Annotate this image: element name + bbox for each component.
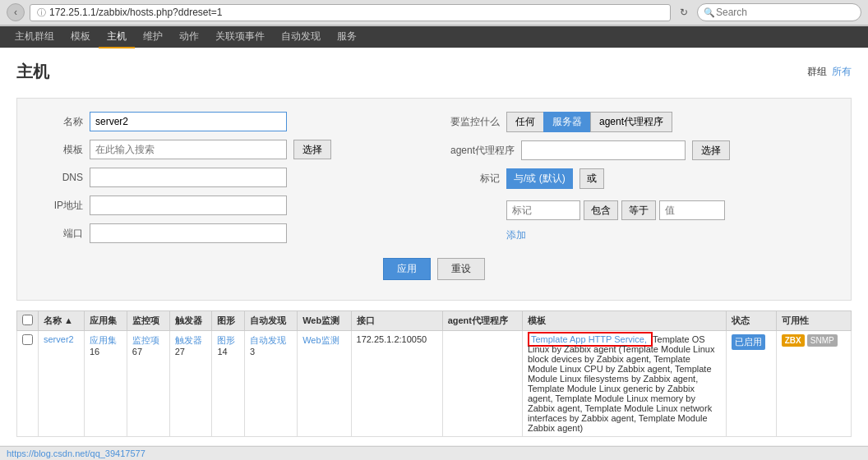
- browser-chrome: ‹ ⓘ ↻ 🔍: [0, 0, 868, 26]
- status-badge: 已启用: [732, 334, 765, 350]
- monitor-agent-button[interactable]: agent代理程序: [590, 112, 672, 132]
- row-items-link[interactable]: 监控项: [132, 335, 159, 345]
- table-row: server2 应用集 16 监控项 67 触发器 27: [17, 331, 852, 437]
- th-graphs: 图形: [212, 311, 244, 331]
- table-header-row: 名称 ▲ 应用集 监控项 触发器 图形 自动发现 Web监测 接口 agent代…: [17, 311, 852, 331]
- th-interface: 接口: [351, 311, 442, 331]
- row-web-link[interactable]: Web监测: [302, 335, 339, 345]
- refresh-button[interactable]: ↻: [676, 4, 692, 21]
- port-input[interactable]: [90, 223, 287, 243]
- template-rest-text: Template OS Linux by Zabbix agent (Templ…: [528, 334, 714, 433]
- form-row-tag-inputs: 包含 等于: [506, 197, 834, 220]
- hosts-table: 名称 ▲ 应用集 监控项 触发器 图形 自动发现 Web监测 接口 agent代…: [16, 310, 852, 437]
- page-title: 主机: [16, 61, 49, 83]
- tag-equals-button[interactable]: 等于: [621, 200, 656, 220]
- row-name-link[interactable]: server2: [44, 334, 74, 344]
- row-agent-cell: [442, 331, 522, 437]
- row-web-cell: Web监测: [298, 331, 351, 437]
- add-tag-link[interactable]: 添加: [506, 228, 834, 242]
- group-label: 群组: [807, 65, 827, 79]
- search-wrapper: 🔍: [697, 3, 861, 21]
- tag-name-input[interactable]: [506, 200, 580, 220]
- row-triggers-count: 27: [175, 347, 185, 356]
- monitor-any-button[interactable]: 任何: [506, 112, 544, 132]
- th-name-link[interactable]: 名称 ▲: [44, 315, 73, 325]
- row-graphs-link[interactable]: 图形: [217, 335, 235, 345]
- row-checkbox[interactable]: [22, 334, 33, 345]
- nav-item-maintenance[interactable]: 维护: [135, 26, 171, 48]
- row-discovery-link[interactable]: 自动发现: [250, 335, 286, 345]
- agent-label: agent代理程序: [450, 144, 515, 158]
- form-row-template: 模板 选择: [34, 140, 418, 159]
- row-triggers-cell: 触发器 27: [169, 331, 212, 437]
- page-header: 主机 群组 所有: [16, 56, 852, 88]
- row-name-cell: server2: [39, 331, 85, 437]
- port-label: 端口: [34, 227, 83, 241]
- form-section: 名称 模板 选择 DNS IP地址 端口: [16, 98, 852, 301]
- th-status: 状态: [726, 311, 776, 331]
- footer-url: https://blog.csdn.net/qq_39417577: [7, 448, 145, 458]
- agent-select-button[interactable]: 选择: [692, 140, 730, 160]
- search-input[interactable]: [697, 3, 861, 21]
- row-checkbox-cell: [17, 331, 39, 437]
- tag-or-button[interactable]: 或: [579, 168, 604, 189]
- th-templates: 模板: [522, 311, 726, 331]
- reset-button[interactable]: 重设: [437, 258, 485, 280]
- form-right: 要监控什么 任何 服务器 agent代理程序 agent代理程序 选择 标记 与…: [450, 112, 834, 251]
- apply-button[interactable]: 应用: [383, 258, 431, 280]
- row-items-count: 67: [132, 347, 142, 356]
- tag-and-button[interactable]: 与/或 (默认): [506, 168, 573, 189]
- address-input[interactable]: [49, 7, 663, 18]
- name-input[interactable]: [90, 112, 287, 131]
- add-link-wrapper: 添加: [506, 228, 834, 242]
- select-all-checkbox[interactable]: [22, 315, 33, 325]
- tag-value-input[interactable]: [659, 200, 725, 220]
- nav-item-templates[interactable]: 模板: [62, 26, 99, 48]
- row-graphs-cell: 图形 14: [212, 331, 244, 437]
- monitor-type-buttons: 任何 服务器 agent代理程序: [506, 112, 672, 132]
- action-row: 应用 重设: [34, 251, 834, 287]
- th-discovery: 自动发现: [244, 311, 297, 331]
- nav-item-hostgroups[interactable]: 主机群组: [7, 26, 62, 48]
- template-select-button[interactable]: 选择: [293, 140, 331, 159]
- form-row-dns: DNS: [34, 168, 418, 187]
- nav-item-services[interactable]: 服务: [329, 26, 365, 48]
- th-triggers: 触发器: [169, 311, 212, 331]
- row-items-cell: 监控项 67: [127, 331, 169, 437]
- th-agent: agent代理程序: [442, 311, 522, 331]
- nav-item-actions[interactable]: 动作: [171, 26, 207, 48]
- template-search-input[interactable]: [90, 140, 287, 159]
- row-interface-cell: 172.25.1.2:10050: [351, 331, 442, 437]
- th-name[interactable]: 名称 ▲: [39, 311, 85, 331]
- dns-label: DNS: [34, 172, 83, 183]
- row-apps-link[interactable]: 应用集: [90, 335, 117, 345]
- nav-item-events[interactable]: 关联项事件: [207, 26, 273, 48]
- address-bar: ⓘ: [30, 4, 671, 21]
- th-apps: 应用集: [84, 311, 127, 331]
- monitor-server-button[interactable]: 服务器: [543, 112, 591, 132]
- agent-input[interactable]: [521, 140, 686, 160]
- row-apps-count: 16: [90, 347, 99, 356]
- nav-item-discovery[interactable]: 自动发现: [273, 26, 329, 48]
- form-row-tag: 标记 与/或 (默认) 或: [450, 168, 834, 189]
- nav-menu: 主机群组 模板 主机 维护 动作 关联项事件 自动发现 服务: [0, 26, 868, 48]
- row-triggers-link[interactable]: 触发器: [175, 335, 202, 345]
- ip-input[interactable]: [90, 196, 287, 215]
- zbx-badge: ZBX: [782, 334, 805, 347]
- nav-item-hosts[interactable]: 主机: [99, 26, 135, 48]
- monitor-label: 要监控什么: [450, 115, 500, 129]
- th-checkbox: [17, 311, 39, 331]
- tag-contains-button[interactable]: 包含: [584, 200, 618, 220]
- form-row-name: 名称: [34, 112, 418, 131]
- ip-label: IP地址: [34, 199, 83, 213]
- form-grid: 名称 模板 选择 DNS IP地址 端口: [34, 112, 834, 251]
- template-http-link[interactable]: Template App HTTP Service,: [531, 334, 647, 344]
- tag-inputs: 包含 等于: [506, 200, 725, 220]
- back-button[interactable]: ‹: [7, 3, 25, 21]
- dns-input[interactable]: [90, 168, 287, 187]
- name-label: 名称: [34, 115, 83, 129]
- browser-footer: https://blog.csdn.net/qq_39417577: [0, 446, 868, 460]
- tag-operator-row: 与/或 (默认) 或: [506, 168, 604, 189]
- th-web: Web监测: [298, 311, 351, 331]
- info-icon: ⓘ: [37, 7, 46, 19]
